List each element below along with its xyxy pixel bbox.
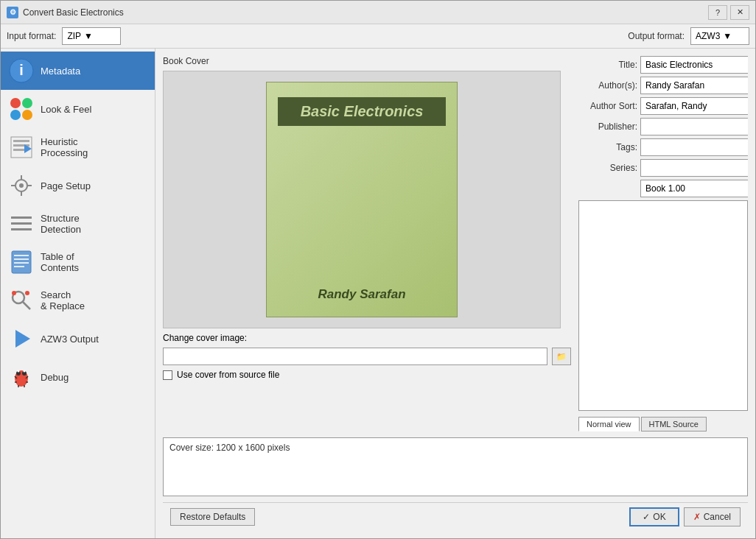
book-number-wrapper: ▲ ▼	[640, 180, 748, 197]
ok-button[interactable]: ✓ OK	[629, 507, 679, 526]
cover-size-area: Cover size: 1200 x 1600 pixels	[163, 437, 748, 496]
svg-point-27	[12, 291, 16, 295]
sidebar-item-label-debug: Debug	[41, 372, 69, 383]
svg-marker-29	[15, 330, 30, 348]
field-row-series: Series: ▼	[578, 159, 748, 177]
input-format-select[interactable]: ZIP ▼	[62, 27, 121, 45]
svg-point-5	[22, 110, 32, 120]
cover-size-text: Cover size: 1200 x 1600 pixels	[169, 443, 290, 453]
svg-rect-17	[11, 216, 32, 219]
cover-input-row: 📁	[163, 348, 571, 365]
debug-icon	[8, 364, 35, 390]
ok-check-icon: ✓	[643, 512, 650, 522]
use-cover-checkbox[interactable]	[163, 370, 172, 380]
html-source-tab[interactable]: HTML Source	[641, 417, 707, 431]
book-cover-label: Book Cover	[163, 56, 571, 66]
metadata-text-area[interactable]	[578, 200, 748, 411]
svg-point-34	[24, 370, 26, 373]
ok-label: OK	[653, 512, 665, 522]
footer-buttons: ✓ OK ✗ Cancel	[629, 507, 741, 526]
toolbar: Input format: ZIP ▼ Output format: AZW3 …	[1, 24, 755, 49]
sidebar-item-label-azw3-output: AZW3 Output	[41, 334, 99, 345]
azw3-output-icon	[8, 325, 35, 352]
titlebar: ⚙ Convert Basic Electronics ? ✕	[1, 1, 755, 24]
toc-icon	[8, 249, 35, 275]
tags-input[interactable]	[640, 138, 748, 156]
main-window: ⚙ Convert Basic Electronics ? ✕ Input fo…	[0, 0, 756, 539]
svg-rect-19	[11, 228, 32, 230]
view-tabs: Normal view HTML Source	[578, 414, 748, 431]
sidebar-item-label-structure: StructureDetection	[41, 213, 81, 235]
cover-image-input[interactable]	[163, 348, 547, 365]
svg-rect-21	[14, 255, 29, 256]
author-sort-input[interactable]	[640, 97, 748, 115]
sidebar-item-structure[interactable]: StructureDetection	[1, 205, 155, 243]
close-button[interactable]: ✕	[730, 5, 749, 20]
publisher-input[interactable]	[640, 118, 748, 135]
sidebar-item-search-replace[interactable]: Search& Replace	[1, 281, 155, 320]
authors-label: Author(s):	[578, 80, 637, 91]
series-input[interactable]	[640, 159, 748, 177]
svg-line-26	[23, 302, 30, 309]
input-format-arrow: ▼	[84, 31, 93, 41]
authors-input[interactable]	[640, 77, 748, 94]
authors-dropdown-wrapper: ▼	[640, 77, 748, 94]
sidebar-item-look-feel[interactable]: Look & Feel	[1, 90, 155, 128]
structure-icon	[8, 211, 35, 237]
field-row-authors: Author(s): ▼	[578, 77, 748, 94]
title-input[interactable]	[640, 56, 748, 74]
search-replace-icon	[8, 287, 35, 314]
field-row-tags: Tags: ▼	[578, 138, 748, 156]
sidebar-item-azw3-output[interactable]: AZW3 Output	[1, 320, 155, 358]
author-sort-label: Author Sort:	[578, 101, 637, 111]
output-format-select[interactable]: AZW3 ▼	[690, 27, 749, 45]
field-row-title: Title:	[578, 56, 748, 74]
sidebar-item-label-page-setup: Page Setup	[41, 180, 91, 191]
book-cover-section: Book Cover Basic Electronics Randy Saraf…	[163, 56, 571, 431]
sidebar-item-debug[interactable]: Debug	[1, 358, 155, 396]
sidebar-item-label-heuristic: HeuristicProcessing	[41, 136, 88, 158]
svg-point-3	[22, 98, 32, 108]
cancel-button[interactable]: ✗ Cancel	[684, 507, 741, 526]
normal-view-tab[interactable]: Normal view	[578, 417, 640, 431]
restore-defaults-button[interactable]: Restore Defaults	[170, 508, 255, 526]
browse-button[interactable]: 📁	[552, 348, 571, 365]
svg-text:i: i	[19, 62, 24, 78]
app-icon: ⚙	[7, 7, 18, 18]
field-row-author-sort: Author Sort:	[578, 97, 748, 115]
sidebar-item-label-toc: Table ofContents	[41, 251, 79, 273]
cancel-x-icon: ✗	[693, 512, 701, 522]
field-row-book-number: ▲ ▼	[578, 180, 748, 197]
book-number-input[interactable]	[640, 180, 748, 197]
book-author-text: Randy Sarafan	[318, 287, 405, 302]
output-format-arrow: ▼	[723, 31, 732, 41]
help-button[interactable]: ?	[708, 5, 727, 20]
use-cover-label: Use cover from source file	[177, 370, 279, 380]
heuristic-icon	[8, 134, 35, 161]
sidebar: i Metadata Look & Feel	[1, 49, 155, 538]
svg-rect-24	[14, 266, 24, 267]
sidebar-item-label-look-feel: Look & Feel	[41, 104, 91, 115]
metadata-panel: Title: Author(s): ▼ Author Sort:	[578, 56, 748, 431]
output-format-wrapper: Output format: AZW3 ▼	[628, 27, 749, 45]
main-top: Book Cover Basic Electronics Randy Saraf…	[163, 56, 748, 431]
field-row-publisher: Publisher: ▼	[578, 118, 748, 135]
sidebar-item-metadata[interactable]: i Metadata	[1, 52, 155, 90]
svg-point-28	[25, 291, 29, 295]
input-format-label: Input format:	[7, 31, 56, 41]
book-title-text: Basic Electronics	[301, 103, 424, 119]
sidebar-item-page-setup[interactable]: Page Setup	[1, 166, 155, 205]
sidebar-item-heuristic[interactable]: HeuristicProcessing	[1, 128, 155, 166]
publisher-dropdown-wrapper: ▼	[640, 118, 748, 135]
metadata-icon: i	[8, 57, 35, 84]
svg-rect-23	[14, 262, 29, 264]
use-cover-row: Use cover from source file	[163, 370, 571, 380]
sidebar-item-toc[interactable]: Table ofContents	[1, 243, 155, 281]
sidebar-item-label-metadata: Metadata	[41, 66, 80, 77]
titlebar-left: ⚙ Convert Basic Electronics	[7, 7, 124, 18]
main-content: Book Cover Basic Electronics Randy Saraf…	[155, 49, 755, 538]
svg-point-4	[10, 110, 21, 120]
series-dropdown-wrapper: ▼	[640, 159, 748, 177]
svg-point-12	[19, 183, 24, 188]
input-format-value: ZIP	[67, 31, 81, 41]
